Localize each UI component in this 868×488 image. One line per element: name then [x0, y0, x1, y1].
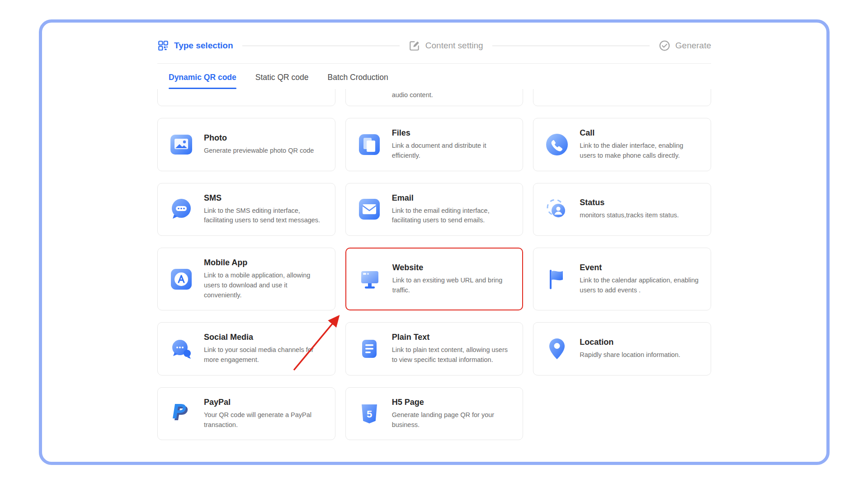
step-generate: Generate [659, 40, 711, 52]
card-title: Event [580, 263, 700, 272]
card-text: Plain Text Link to plain text content, a… [392, 333, 512, 365]
card-title: PayPal [204, 398, 324, 407]
grid-icon [157, 40, 169, 52]
card-text: H5 Page Generate landing page QR for you… [392, 398, 512, 430]
card-partial-audio[interactable]: audio content. [345, 89, 524, 106]
card-text: Email Link to the email editing interfac… [392, 193, 512, 226]
step-type-selection: Type selection [157, 40, 233, 52]
event-icon [544, 267, 570, 292]
tab-dynamic-qr-code[interactable]: Dynamic QR code [169, 64, 236, 89]
website-icon [357, 267, 382, 292]
card-text: Mobile App Link to a mobile application,… [204, 258, 324, 300]
card-location[interactable]: Location Rapidly share location informat… [533, 322, 711, 375]
mobile-app-icon [169, 267, 194, 292]
card-scroll-area[interactable]: audio content. Photo Generate previewabl… [157, 89, 711, 446]
card-description: Link to the SMS editing interface, facil… [204, 206, 324, 226]
card-text: Status monitors status,tracks item statu… [580, 198, 679, 221]
stepper-connector [242, 46, 400, 46]
card-paypal[interactable]: PayPal Your QR code will generate a PayP… [157, 387, 335, 441]
card-description: Link to the calendar application, enabli… [580, 276, 700, 296]
card-title: Files [392, 128, 512, 138]
card-description: Link to your social media channels for m… [204, 345, 324, 365]
card-status[interactable]: Status monitors status,tracks item statu… [533, 183, 711, 236]
card-text: Event Link to the calendar application, … [580, 263, 700, 296]
card-description: Link to the dialer interface, enabling u… [580, 141, 700, 161]
card-social-media[interactable]: Social Media Link to your social media c… [157, 322, 335, 375]
card-description: Link to the email editing interface, fac… [392, 206, 512, 226]
photo-icon [169, 132, 194, 157]
tab-static-qr-code[interactable]: Static QR code [255, 64, 309, 89]
email-icon [357, 197, 382, 222]
card-title: Photo [204, 133, 314, 143]
card-files[interactable]: Files Link a document and distribute it … [345, 118, 524, 171]
card-title: Status [580, 198, 679, 207]
card-text: Location Rapidly share location informat… [580, 338, 680, 360]
call-icon [544, 132, 570, 157]
card-website[interactable]: Website Link to an exsiting web URL and … [345, 248, 524, 310]
card-title: H5 Page [392, 398, 512, 407]
card-description: Link to plain text content, allowing use… [392, 345, 512, 365]
paypal-icon [169, 401, 194, 427]
files-icon [357, 132, 382, 157]
card-title: Location [580, 338, 680, 347]
card-description: Your QR code will generate a PayPal tran… [204, 410, 324, 430]
card-mobile-app[interactable]: Mobile App Link to a mobile application,… [157, 248, 335, 310]
card-text: Files Link a document and distribute it … [392, 128, 512, 161]
stepper-connector [492, 46, 650, 46]
card-sms[interactable]: SMS Link to the SMS editing interface, f… [157, 183, 335, 236]
card-description: Generate previewable photo QR code [204, 146, 314, 156]
card-title: Plain Text [392, 333, 512, 342]
card-h5-page[interactable]: 5 H5 Page Generate landing page QR for y… [345, 387, 524, 441]
location-icon [544, 336, 570, 361]
app-frame: Type selection Content setting Generate … [39, 19, 830, 465]
svg-text:5: 5 [367, 408, 372, 420]
card-description: Rapidly share location information. [580, 350, 680, 360]
card-email[interactable]: Email Link to the email editing interfac… [345, 183, 524, 236]
step-content-setting-label: Content setting [425, 41, 483, 51]
card-text: Website Link to an exsiting web URL and … [392, 263, 512, 296]
card-description: Link to a mobile application, allowing u… [204, 271, 324, 300]
card-description: Link a document and distribute it effici… [392, 141, 512, 161]
card-title: Website [392, 263, 512, 272]
card-title: Mobile App [204, 258, 324, 267]
card-grid: audio content. Photo Generate previewabl… [157, 89, 711, 440]
card-call[interactable]: Call Link to the dialer interface, enabl… [533, 118, 711, 171]
card-partial-left[interactable] [157, 89, 335, 106]
card-text: Social Media Link to your social media c… [204, 333, 324, 365]
step-content-setting: Content setting [409, 40, 483, 52]
edit-icon [409, 40, 420, 52]
h5-page-icon: 5 [357, 401, 382, 427]
wizard-stepper: Type selection Content setting Generate [157, 40, 711, 52]
card-text: Photo Generate previewable photo QR code [204, 133, 314, 156]
tab-batch-croduction[interactable]: Batch Croduction [327, 64, 388, 89]
card-description-fragment: audio content. [392, 91, 433, 99]
card-description: Generate landing page QR for your busine… [392, 410, 512, 430]
card-text: PayPal Your QR code will generate a PayP… [204, 398, 324, 430]
status-icon [544, 197, 570, 222]
plain-text-icon [357, 336, 382, 361]
card-description: monitors status,tracks item status. [580, 211, 679, 221]
card-event[interactable]: Event Link to the calendar application, … [533, 248, 711, 310]
card-photo[interactable]: Photo Generate previewable photo QR code [157, 118, 335, 171]
qr-type-tabs: Dynamic QR code Static QR code Batch Cro… [157, 64, 711, 89]
sms-icon [169, 197, 194, 222]
card-plain-text[interactable]: Plain Text Link to plain text content, a… [345, 322, 524, 375]
card-text: Call Link to the dialer interface, enabl… [580, 128, 700, 161]
card-title: Call [580, 128, 700, 138]
step-generate-label: Generate [675, 41, 711, 51]
card-description: Link to an exsiting web URL and bring tr… [392, 276, 512, 296]
card-partial-right[interactable] [533, 89, 711, 106]
card-text: SMS Link to the SMS editing interface, f… [204, 193, 324, 226]
card-title: Email [392, 193, 512, 203]
social-media-icon [169, 336, 194, 361]
check-circle-icon [659, 40, 670, 52]
step-type-selection-label: Type selection [174, 41, 233, 51]
card-title: Social Media [204, 333, 324, 342]
card-title: SMS [204, 193, 324, 203]
